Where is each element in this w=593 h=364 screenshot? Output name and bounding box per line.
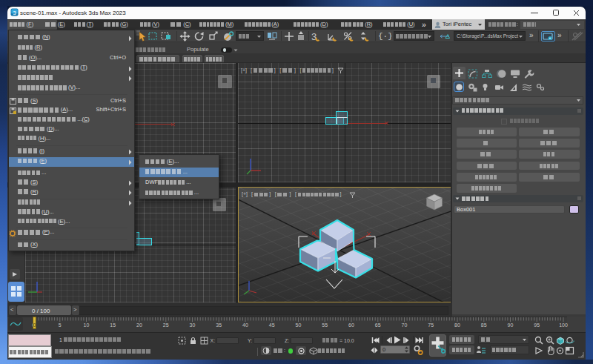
- svg-text:3: 3: [13, 10, 16, 16]
- svg-text:{·}: {·}: [378, 32, 391, 41]
